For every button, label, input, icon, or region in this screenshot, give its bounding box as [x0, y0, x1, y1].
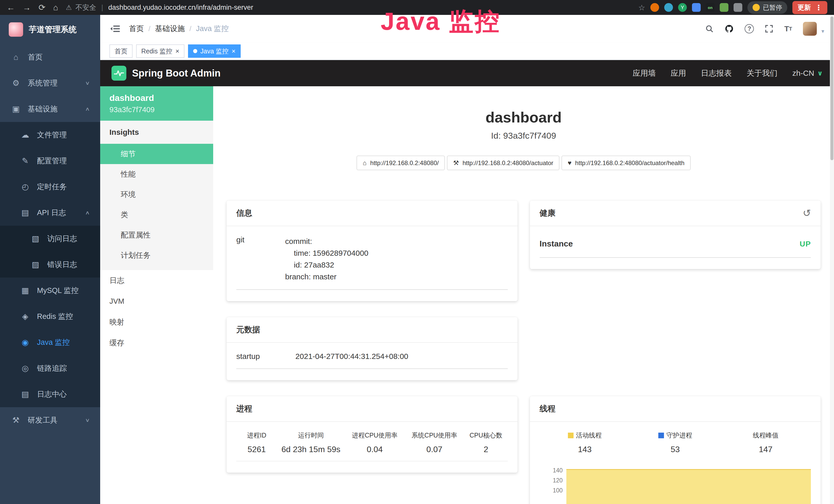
- tab-redis-monitor[interactable]: Redis 监控 ×: [136, 44, 184, 58]
- instance-header[interactable]: dashboard 93a3fc7f7409: [100, 86, 213, 121]
- breadcrumb-infrastructure[interactable]: 基础设施: [155, 24, 185, 34]
- sidebar-item-config-mgmt[interactable]: ✎ 配置管理: [0, 148, 100, 174]
- update-button[interactable]: 更新 ⋮: [792, 1, 827, 14]
- breadcrumb-separator: /: [149, 25, 151, 33]
- extension-icon-4[interactable]: [692, 3, 701, 12]
- sidebar-item-redis-monitor[interactable]: ◈ Redis 监控: [0, 303, 100, 329]
- sidebar-item-log-center[interactable]: ▤ 日志中心: [0, 381, 100, 407]
- sidebar-item-home[interactable]: ⌂ 首页: [0, 44, 100, 70]
- menu-item-scheduled-tasks[interactable]: 计划任务: [100, 245, 213, 266]
- extension-icon-2[interactable]: [664, 3, 673, 12]
- instance-id: 93a3fc7f7409: [109, 106, 204, 114]
- threads-card: 线程 活动线程 143: [530, 396, 821, 504]
- detail-cards: 信息 git commit: time: 1596289704000 id: 2…: [226, 201, 821, 504]
- instance-url: http://192.168.0.2:48080/: [370, 159, 439, 167]
- tab-label: Redis 监控: [141, 47, 172, 55]
- process-value-uptime: 6d 23h 15m 59s: [277, 445, 345, 454]
- locale-select[interactable]: zh-CN ∨: [792, 69, 823, 77]
- close-icon[interactable]: ×: [175, 48, 179, 54]
- y-tick: 120: [553, 476, 563, 485]
- health-key: Instance: [540, 239, 573, 249]
- menu-item-details[interactable]: 细节: [100, 144, 213, 164]
- caret-down-icon[interactable]: ▾: [821, 28, 824, 36]
- tab-label: 首页: [114, 47, 127, 55]
- sidebar-item-system-mgmt[interactable]: ⚙ 系统管理 ∨: [0, 70, 100, 96]
- sba-header: Spring Boot Admin 应用墙 应用 日志报表 关于我们 zh-CN…: [100, 60, 834, 86]
- menu-item-caches[interactable]: 缓存: [100, 333, 213, 353]
- extension-puzzle-icon[interactable]: [733, 3, 742, 12]
- sba-logo-icon[interactable]: [111, 66, 126, 81]
- page-scrollbar[interactable]: [830, 15, 834, 504]
- info-key: git: [236, 235, 285, 283]
- edit-icon: ✎: [20, 156, 30, 166]
- menu-item-environment[interactable]: 环境: [100, 184, 213, 205]
- fullscreen-icon[interactable]: [765, 24, 773, 33]
- forward-icon[interactable]: →: [23, 3, 31, 12]
- nav-about[interactable]: 关于我们: [747, 68, 777, 78]
- paused-badge[interactable]: 已暂停: [747, 1, 787, 14]
- health-url-button[interactable]: ♥ http://192.168.0.2:48080/actuator/heal…: [562, 156, 691, 170]
- sidebar-item-error-logs[interactable]: ▨ 错误日志: [0, 252, 100, 278]
- menu-item-jvm[interactable]: JVM: [100, 291, 213, 312]
- avatar[interactable]: [803, 22, 817, 36]
- help-icon[interactable]: ?: [745, 24, 754, 33]
- breadcrumb-home[interactable]: 首页: [129, 24, 144, 34]
- extension-icon-1[interactable]: [650, 3, 659, 12]
- scrollbar-thumb[interactable]: [830, 17, 833, 160]
- monitor-icon: ▣: [11, 104, 21, 114]
- instance-url-button[interactable]: ⌂ http://192.168.0.2:48080/: [356, 156, 445, 170]
- home-icon[interactable]: ⌂: [53, 3, 58, 12]
- url-text[interactable]: dashboard.yudao.iocoder.cn/infra/admin-s…: [108, 4, 253, 12]
- actuator-url-button[interactable]: ⚒ http://192.168.0.2:48080/actuator: [447, 156, 559, 170]
- back-icon[interactable]: ←: [7, 3, 15, 12]
- sidebar-item-dev-tools[interactable]: ⚒ 研发工具 ∨: [0, 407, 100, 433]
- tools-icon: ⚒: [11, 415, 21, 425]
- sidebar-item-scheduled-tasks[interactable]: ◴ 定时任务: [0, 174, 100, 200]
- instance-name: dashboard: [109, 93, 204, 103]
- tab-java-monitor[interactable]: Java 监控 ×: [188, 44, 241, 58]
- mysql-icon: ▦: [20, 286, 30, 295]
- sidebar-item-infrastructure[interactable]: ▣ 基础设施 ∧: [0, 96, 100, 122]
- menu-item-loggers[interactable]: 日志: [100, 270, 213, 291]
- health-instance-row[interactable]: Instance UP: [540, 235, 811, 258]
- menu-item-config-props[interactable]: 配置属性: [100, 225, 213, 245]
- sidebar-item-java-monitor[interactable]: ◉ Java 监控: [0, 329, 100, 356]
- sidebar-item-file-mgmt[interactable]: ☁ 文件管理: [0, 122, 100, 148]
- history-icon[interactable]: ↺: [803, 208, 811, 218]
- nav-app-wall[interactable]: 应用墙: [633, 68, 656, 78]
- extension-icon-3[interactable]: Y: [678, 3, 687, 12]
- tags-view-bar: 首页 Redis 监控 × Java 监控 ×: [100, 43, 834, 60]
- app-logo-row[interactable]: 芋道管理系统: [0, 15, 100, 44]
- refresh-icon[interactable]: ⟳: [39, 3, 45, 12]
- close-icon[interactable]: ×: [232, 48, 236, 54]
- sidebar-item-trace[interactable]: ◎ 链路追踪: [0, 356, 100, 381]
- github-icon[interactable]: [725, 24, 734, 33]
- sidebar-item-label: 文件管理: [37, 130, 67, 140]
- process-card: 进程 进程ID 5261 运行时间: [226, 396, 518, 473]
- font-size-icon[interactable]: TT: [784, 24, 792, 33]
- menu-item-beans[interactable]: 类: [100, 205, 213, 225]
- sba-brand[interactable]: Spring Boot Admin: [132, 68, 221, 79]
- api-log-icon: ▤: [20, 208, 30, 217]
- sidebar-item-access-logs[interactable]: ▧ 访问日志: [0, 226, 100, 252]
- java-icon: ◉: [20, 338, 30, 347]
- address-bar[interactable]: ⚠ 不安全 | dashboard.yudao.iocoder.cn/infra…: [66, 3, 253, 12]
- sidebar-collapse-icon[interactable]: [110, 24, 120, 33]
- sidebar-item-api-logs[interactable]: ▤ API 日志 ∧: [0, 200, 100, 226]
- nav-journal[interactable]: 日志报表: [701, 68, 732, 78]
- instance-links: ⌂ http://192.168.0.2:48080/ ⚒ http://192…: [226, 156, 821, 170]
- tab-home[interactable]: 首页: [109, 44, 133, 58]
- extension-icon-5[interactable]: [720, 3, 728, 12]
- health-card: 健康 ↺ Instance UP: [530, 201, 821, 269]
- search-icon[interactable]: [705, 24, 714, 33]
- bookmark-star-icon[interactable]: ☆: [638, 3, 645, 12]
- nav-applications[interactable]: 应用: [671, 68, 686, 78]
- sidebar-item-mysql-monitor[interactable]: ▦ MySQL 监控: [0, 278, 100, 303]
- extension-on-badge-icon[interactable]: on: [706, 3, 715, 12]
- menu-item-mappings[interactable]: 映射: [100, 312, 213, 333]
- menu-item-metrics[interactable]: 性能: [100, 164, 213, 184]
- process-table: 进程ID 5261 运行时间 6d 23h 15m 59s 进程CPU使用率: [236, 431, 508, 461]
- active-tab-dot: [193, 49, 197, 53]
- admin-sidebar: 芋道管理系统 ⌂ 首页 ⚙ 系统管理 ∨ ▣ 基础设施 ∧ ☁ 文件管理 ✎: [0, 15, 100, 504]
- browser-menu-icon[interactable]: ⋮: [815, 3, 822, 12]
